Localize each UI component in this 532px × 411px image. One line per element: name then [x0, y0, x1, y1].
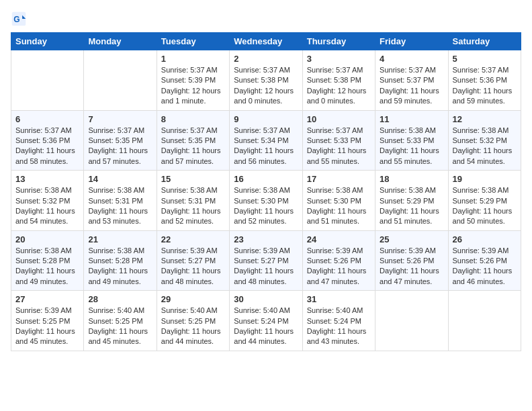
day-number: 24 — [307, 234, 371, 244]
calendar-cell: 21Sunrise: 5:38 AM Sunset: 5:28 PM Dayli… — [84, 230, 157, 291]
calendar-cell: 29Sunrise: 5:40 AM Sunset: 5:25 PM Dayli… — [157, 291, 229, 351]
calendar-week-row: 6Sunrise: 5:37 AM Sunset: 5:36 PM Daylig… — [11, 110, 521, 171]
calendar-cell: 20Sunrise: 5:38 AM Sunset: 5:28 PM Dayli… — [11, 230, 84, 291]
cell-content: Sunrise: 5:38 AM Sunset: 5:31 PM Dayligh… — [88, 185, 152, 227]
cell-content: Sunrise: 5:38 AM Sunset: 5:28 PM Dayligh… — [15, 246, 79, 287]
cell-content: Sunrise: 5:38 AM Sunset: 5:32 PM Dayligh… — [453, 126, 517, 167]
calendar-cell: 25Sunrise: 5:39 AM Sunset: 5:26 PM Dayli… — [375, 230, 448, 291]
day-number: 29 — [161, 294, 225, 304]
calendar-cell: 16Sunrise: 5:38 AM Sunset: 5:30 PM Dayli… — [230, 171, 302, 231]
calendar-cell — [11, 50, 84, 111]
day-number: 11 — [380, 114, 443, 124]
calendar-cell: 28Sunrise: 5:40 AM Sunset: 5:25 PM Dayli… — [84, 291, 157, 351]
day-number: 9 — [234, 114, 298, 124]
day-number: 28 — [88, 294, 152, 304]
calendar-cell: 23Sunrise: 5:39 AM Sunset: 5:27 PM Dayli… — [230, 230, 302, 291]
cell-content: Sunrise: 5:39 AM Sunset: 5:26 PM Dayligh… — [380, 246, 443, 287]
day-number: 31 — [307, 294, 371, 304]
cell-content: Sunrise: 5:37 AM Sunset: 5:37 PM Dayligh… — [380, 65, 443, 107]
calendar-cell: 4Sunrise: 5:37 AM Sunset: 5:37 PM Daylig… — [375, 50, 448, 111]
day-of-week-header: Sunday — [11, 33, 84, 50]
calendar-cell: 7Sunrise: 5:37 AM Sunset: 5:35 PM Daylig… — [84, 110, 157, 171]
day-of-week-header: Friday — [375, 33, 448, 50]
cell-content: Sunrise: 5:39 AM Sunset: 5:27 PM Dayligh… — [234, 246, 298, 287]
calendar-cell: 12Sunrise: 5:38 AM Sunset: 5:32 PM Dayli… — [448, 110, 521, 171]
day-number: 14 — [88, 174, 152, 184]
cell-content: Sunrise: 5:39 AM Sunset: 5:25 PM Dayligh… — [15, 306, 79, 347]
cell-content: Sunrise: 5:40 AM Sunset: 5:25 PM Dayligh… — [161, 306, 225, 347]
cell-content: Sunrise: 5:37 AM Sunset: 5:33 PM Dayligh… — [307, 126, 371, 167]
day-number: 22 — [161, 234, 225, 244]
day-number: 1 — [161, 54, 225, 64]
calendar-table: SundayMondayTuesdayWednesdayThursdayFrid… — [11, 32, 521, 351]
calendar-cell: 24Sunrise: 5:39 AM Sunset: 5:26 PM Dayli… — [302, 230, 375, 291]
day-number: 18 — [380, 174, 443, 184]
svg-text:G: G — [13, 15, 19, 24]
calendar-cell: 18Sunrise: 5:38 AM Sunset: 5:29 PM Dayli… — [375, 171, 448, 231]
day-number: 17 — [307, 174, 371, 184]
calendar-cell: 13Sunrise: 5:38 AM Sunset: 5:32 PM Dayli… — [11, 171, 84, 231]
day-number: 21 — [88, 234, 152, 244]
day-number: 8 — [161, 114, 225, 124]
day-number: 13 — [15, 174, 79, 184]
day-number: 30 — [234, 294, 298, 304]
calendar-cell: 15Sunrise: 5:38 AM Sunset: 5:31 PM Dayli… — [157, 171, 229, 231]
calendar-cell — [84, 50, 157, 111]
cell-content: Sunrise: 5:37 AM Sunset: 5:36 PM Dayligh… — [453, 65, 517, 107]
cell-content: Sunrise: 5:37 AM Sunset: 5:36 PM Dayligh… — [15, 126, 79, 167]
cell-content: Sunrise: 5:38 AM Sunset: 5:33 PM Dayligh… — [380, 126, 443, 167]
day-of-week-header: Wednesday — [230, 33, 302, 50]
cell-content: Sunrise: 5:40 AM Sunset: 5:25 PM Dayligh… — [88, 306, 152, 347]
cell-content: Sunrise: 5:37 AM Sunset: 5:35 PM Dayligh… — [88, 126, 152, 167]
day-of-week-header: Saturday — [448, 33, 521, 50]
logo-icon: G — [11, 11, 27, 27]
calendar-cell: 14Sunrise: 5:38 AM Sunset: 5:31 PM Dayli… — [84, 171, 157, 231]
calendar-cell: 2Sunrise: 5:37 AM Sunset: 5:38 PM Daylig… — [230, 50, 302, 111]
day-of-week-header: Monday — [84, 33, 157, 50]
cell-content: Sunrise: 5:38 AM Sunset: 5:29 PM Dayligh… — [453, 185, 517, 227]
calendar-cell: 6Sunrise: 5:37 AM Sunset: 5:36 PM Daylig… — [11, 110, 84, 171]
cell-content: Sunrise: 5:39 AM Sunset: 5:26 PM Dayligh… — [453, 246, 517, 287]
day-number: 23 — [234, 234, 298, 244]
day-number: 26 — [453, 234, 517, 244]
day-number: 6 — [15, 114, 79, 124]
day-number: 25 — [380, 234, 443, 244]
cell-content: Sunrise: 5:40 AM Sunset: 5:24 PM Dayligh… — [307, 306, 371, 347]
cell-content: Sunrise: 5:40 AM Sunset: 5:24 PM Dayligh… — [234, 306, 298, 347]
day-of-week-header: Tuesday — [157, 33, 229, 50]
cell-content: Sunrise: 5:37 AM Sunset: 5:38 PM Dayligh… — [307, 65, 371, 107]
calendar-cell: 27Sunrise: 5:39 AM Sunset: 5:25 PM Dayli… — [11, 291, 84, 351]
calendar-cell: 3Sunrise: 5:37 AM Sunset: 5:38 PM Daylig… — [302, 50, 375, 111]
logo: G — [11, 11, 30, 27]
page-header: G — [11, 11, 521, 27]
calendar-cell: 9Sunrise: 5:37 AM Sunset: 5:34 PM Daylig… — [230, 110, 302, 171]
cell-content: Sunrise: 5:37 AM Sunset: 5:38 PM Dayligh… — [234, 65, 298, 107]
calendar-cell: 31Sunrise: 5:40 AM Sunset: 5:24 PM Dayli… — [302, 291, 375, 351]
calendar-body: 1Sunrise: 5:37 AM Sunset: 5:39 PM Daylig… — [11, 50, 521, 351]
day-number: 19 — [453, 174, 517, 184]
day-number: 5 — [453, 54, 517, 64]
cell-content: Sunrise: 5:37 AM Sunset: 5:35 PM Dayligh… — [161, 126, 225, 167]
cell-content: Sunrise: 5:38 AM Sunset: 5:29 PM Dayligh… — [380, 185, 443, 227]
day-of-week-header: Thursday — [302, 33, 375, 50]
cell-content: Sunrise: 5:37 AM Sunset: 5:34 PM Dayligh… — [234, 126, 298, 167]
calendar-cell: 8Sunrise: 5:37 AM Sunset: 5:35 PM Daylig… — [157, 110, 229, 171]
calendar-week-row: 13Sunrise: 5:38 AM Sunset: 5:32 PM Dayli… — [11, 171, 521, 231]
days-of-week-row: SundayMondayTuesdayWednesdayThursdayFrid… — [11, 33, 521, 50]
day-number: 2 — [234, 54, 298, 64]
calendar-cell: 30Sunrise: 5:40 AM Sunset: 5:24 PM Dayli… — [230, 291, 302, 351]
cell-content: Sunrise: 5:39 AM Sunset: 5:26 PM Dayligh… — [307, 246, 371, 287]
cell-content: Sunrise: 5:39 AM Sunset: 5:27 PM Dayligh… — [161, 246, 225, 287]
calendar-header: SundayMondayTuesdayWednesdayThursdayFrid… — [11, 33, 521, 50]
calendar-cell: 19Sunrise: 5:38 AM Sunset: 5:29 PM Dayli… — [448, 171, 521, 231]
calendar-week-row: 1Sunrise: 5:37 AM Sunset: 5:39 PM Daylig… — [11, 50, 521, 111]
cell-content: Sunrise: 5:38 AM Sunset: 5:31 PM Dayligh… — [161, 185, 225, 227]
cell-content: Sunrise: 5:38 AM Sunset: 5:32 PM Dayligh… — [15, 185, 79, 227]
calendar-cell: 22Sunrise: 5:39 AM Sunset: 5:27 PM Dayli… — [157, 230, 229, 291]
day-number: 10 — [307, 114, 371, 124]
cell-content: Sunrise: 5:37 AM Sunset: 5:39 PM Dayligh… — [161, 65, 225, 107]
cell-content: Sunrise: 5:38 AM Sunset: 5:30 PM Dayligh… — [307, 185, 371, 227]
cell-content: Sunrise: 5:38 AM Sunset: 5:30 PM Dayligh… — [234, 185, 298, 227]
day-number: 16 — [234, 174, 298, 184]
day-number: 3 — [307, 54, 371, 64]
